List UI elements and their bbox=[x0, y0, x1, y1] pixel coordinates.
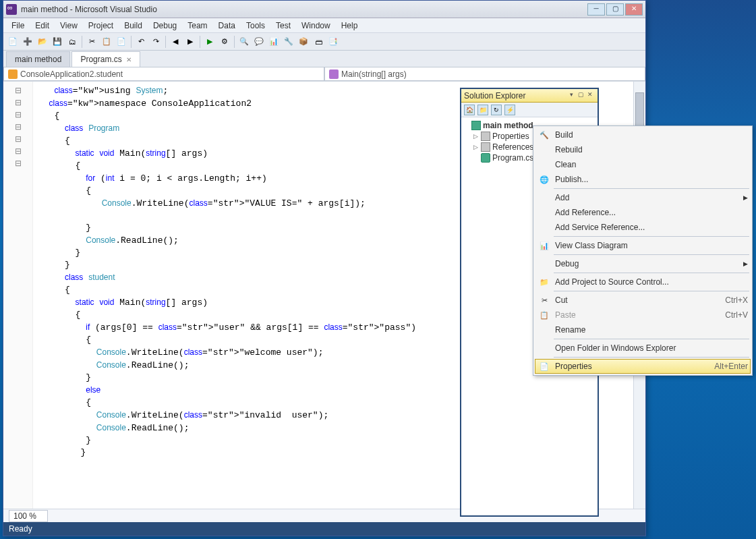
menu-item-add-reference-[interactable]: Add Reference... bbox=[535, 205, 751, 220]
proj-icon bbox=[471, 121, 481, 130]
nav-fwd-icon[interactable]: ▶ bbox=[183, 35, 197, 49]
save-icon[interactable]: 💾 bbox=[51, 35, 64, 49]
cut-icon[interactable]: ✂ bbox=[85, 35, 98, 49]
tab-program-cs[interactable]: Program.cs✕ bbox=[71, 51, 140, 67]
separator bbox=[234, 36, 235, 48]
panel-dropdown-icon[interactable]: ▾ bbox=[566, 91, 576, 101]
method-icon bbox=[329, 69, 339, 79]
menu-build[interactable]: Build bbox=[119, 19, 148, 32]
menu-view[interactable]: View bbox=[55, 19, 83, 32]
menu-item-open-folder-in-windows-explorer[interactable]: Open Folder in Windows Explorer bbox=[535, 341, 751, 356]
menu-icon: 📊 bbox=[537, 240, 551, 251]
menu-icon bbox=[537, 222, 551, 233]
menu-data[interactable]: Data bbox=[213, 19, 241, 32]
menu-item-rebuild[interactable]: Rebuild bbox=[535, 142, 751, 157]
cs-icon bbox=[481, 153, 490, 163]
menu-separator bbox=[554, 273, 749, 273]
tab-close-icon[interactable]: ✕ bbox=[126, 56, 132, 63]
statusbar: Ready bbox=[3, 522, 645, 536]
menu-item-properties[interactable]: 📄PropertiesAlt+Enter bbox=[535, 359, 751, 374]
start-debug-icon[interactable]: ▶ bbox=[203, 35, 216, 49]
menu-icon bbox=[537, 258, 551, 269]
menu-item-build[interactable]: 🔨Build bbox=[535, 127, 751, 142]
add-item-icon[interactable]: ➕ bbox=[21, 35, 34, 49]
menu-icon bbox=[537, 159, 551, 170]
save-all-icon[interactable]: 🗂 bbox=[65, 35, 79, 49]
show-all-icon[interactable]: 📁 bbox=[477, 105, 488, 115]
separator bbox=[200, 36, 200, 48]
menu-icon bbox=[537, 343, 551, 353]
menu-separator bbox=[554, 188, 749, 189]
properties-icon[interactable]: 🏠 bbox=[464, 105, 475, 115]
refresh-icon[interactable]: ↻ bbox=[491, 105, 502, 115]
menu-icon bbox=[537, 144, 551, 155]
menu-window[interactable]: Window bbox=[296, 19, 336, 32]
new-project-icon[interactable]: 📄 bbox=[6, 35, 20, 49]
fold-icon bbox=[481, 132, 490, 141]
menu-separator bbox=[554, 254, 749, 255]
comment-icon[interactable]: 💬 bbox=[252, 35, 266, 49]
menu-tools[interactable]: Tools bbox=[241, 19, 270, 32]
menu-edit[interactable]: Edit bbox=[30, 19, 55, 32]
menu-icon: 🌐 bbox=[537, 174, 551, 185]
close-button[interactable]: ✕ bbox=[625, 3, 643, 16]
menu-item-add[interactable]: Add▶ bbox=[535, 190, 751, 205]
menu-item-rename[interactable]: Rename bbox=[535, 322, 751, 337]
zoom-combo[interactable]: 100 % bbox=[9, 510, 48, 522]
submenu-arrow-icon: ▶ bbox=[743, 260, 748, 267]
menu-item-clean[interactable]: Clean bbox=[535, 157, 751, 172]
menu-project[interactable]: Project bbox=[83, 19, 119, 32]
menu-icon: 🔨 bbox=[537, 130, 551, 140]
maximize-button[interactable]: ▢ bbox=[606, 3, 624, 16]
solution-toolbar: 🏠 📁 ↻ ⚡ bbox=[461, 103, 598, 117]
menu-separator bbox=[554, 236, 749, 237]
code-nav-bar: ConsoleApplication2.student Main(string[… bbox=[3, 67, 645, 82]
window-title: main method - Microsoft Visual Studio bbox=[21, 5, 587, 14]
member-combo[interactable]: Main(string[] args) bbox=[324, 67, 645, 81]
misc3-icon[interactable]: 📦 bbox=[297, 35, 310, 49]
redo-icon[interactable]: ↷ bbox=[149, 35, 163, 49]
separator bbox=[131, 36, 132, 48]
menu-debug[interactable]: Debug bbox=[148, 19, 182, 32]
code-view-icon[interactable]: ⚡ bbox=[504, 105, 515, 115]
menu-file[interactable]: File bbox=[6, 19, 30, 32]
menu-item-add-service-reference-[interactable]: Add Service Reference... bbox=[535, 220, 751, 235]
menu-separator bbox=[554, 357, 749, 358]
misc2-icon[interactable]: 🔧 bbox=[282, 35, 295, 49]
menu-item-paste: 📋PasteCtrl+V bbox=[535, 308, 751, 322]
toolbar: 📄 ➕ 📂 💾 🗂 ✂ 📋 📄 ↶ ↷ ◀ ▶ ▶ ⚙ 🔍 💬 📊 🔧 📦 🗃 … bbox=[3, 33, 645, 51]
panel-pin-icon[interactable]: ▢ bbox=[576, 91, 585, 101]
misc4-icon[interactable]: 🗃 bbox=[312, 35, 325, 49]
misc5-icon[interactable]: 📑 bbox=[326, 35, 340, 49]
nav-back-icon[interactable]: ◀ bbox=[169, 35, 182, 49]
menu-item-add-project-to-source-control-[interactable]: 📁Add Project to Source Control... bbox=[535, 275, 751, 289]
menu-icon: ✂ bbox=[537, 295, 551, 306]
config-icon[interactable]: ⚙ bbox=[218, 35, 231, 49]
menu-separator bbox=[554, 339, 749, 339]
paste-icon[interactable]: 📄 bbox=[115, 35, 128, 49]
menu-icon: 📁 bbox=[537, 277, 551, 287]
menu-test[interactable]: Test bbox=[270, 19, 296, 32]
panel-close-icon[interactable]: ✕ bbox=[585, 91, 595, 101]
menu-item-cut[interactable]: ✂CutCtrl+X bbox=[535, 293, 751, 308]
menu-item-view-class-diagram[interactable]: 📊View Class Diagram bbox=[535, 238, 751, 253]
menu-item-publish-[interactable]: 🌐Publish... bbox=[535, 172, 751, 187]
tab-main-method[interactable]: main method bbox=[6, 51, 70, 67]
open-icon[interactable]: 📂 bbox=[36, 35, 49, 49]
submenu-arrow-icon: ▶ bbox=[743, 194, 748, 201]
misc-icon[interactable]: 📊 bbox=[267, 35, 281, 49]
find-icon[interactable]: 🔍 bbox=[237, 35, 251, 49]
menu-icon bbox=[537, 324, 551, 335]
menu-help[interactable]: Help bbox=[336, 19, 364, 32]
menu-team[interactable]: Team bbox=[182, 19, 212, 32]
status-text: Ready bbox=[9, 524, 32, 534]
undo-icon[interactable]: ↶ bbox=[134, 35, 148, 49]
minimize-button[interactable]: ─ bbox=[587, 3, 605, 16]
copy-icon[interactable]: 📋 bbox=[100, 35, 113, 49]
class-combo[interactable]: ConsoleApplication2.student bbox=[3, 67, 324, 81]
context-menu: 🔨BuildRebuildClean🌐Publish...Add▶Add Ref… bbox=[533, 125, 753, 376]
menu-separator bbox=[554, 291, 749, 291]
menu-item-debug[interactable]: Debug▶ bbox=[535, 256, 751, 271]
vs-logo-icon bbox=[6, 4, 17, 15]
menu-icon: 📄 bbox=[537, 361, 551, 372]
